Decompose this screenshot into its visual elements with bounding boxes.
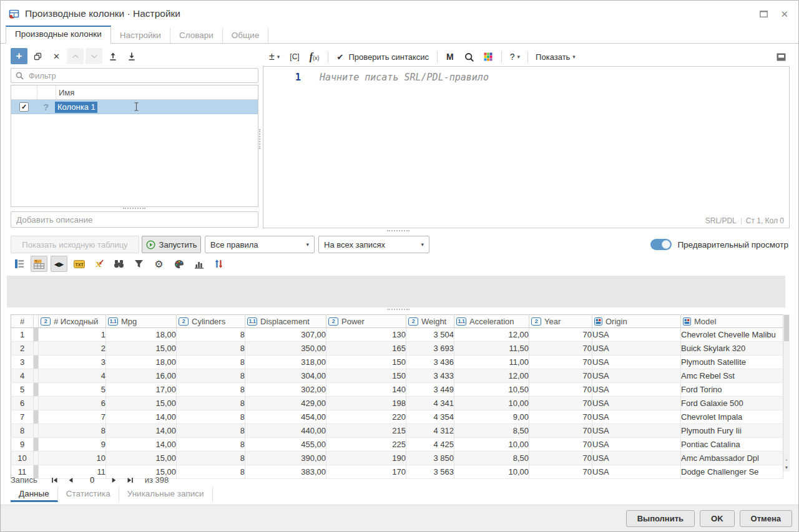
first-record-icon[interactable] [46,476,62,484]
ok-button[interactable]: OK [700,510,735,527]
cell: 4 [39,369,106,383]
preview-toggle[interactable] [650,239,672,250]
cell: 8,50 [454,424,529,438]
settings-gear-icon[interactable]: ⚙ [150,256,167,272]
column-enabled-checkbox[interactable]: ✓ [19,102,29,112]
cell: 17,00 [106,383,177,397]
export-txt-icon[interactable]: TXT [71,256,87,272]
column-header-model[interactable]: Model [681,315,783,328]
tab-3[interactable]: Общие [223,28,268,43]
data-grid: #2# Исходный1.1Mpg2Cylinders1.1Displacem… [11,314,783,479]
show-menu-button[interactable]: Показать▾ [536,52,576,62]
column-header-origin[interactable]: Origin [592,315,681,328]
table-row[interactable]: 8814,008440,002154 3128,5070USAPlymouth … [11,424,783,438]
grid-splitter-handle[interactable] [387,309,409,310]
delete-column-icon[interactable]: ✕ [48,48,65,64]
column-header-cylinders[interactable]: 2Cylinders [177,315,245,328]
sort-icon[interactable] [210,256,227,272]
tab-statistics[interactable]: Статистика [58,487,119,502]
column-name-edit[interactable]: Колонка 1 [55,102,97,113]
rules-select[interactable]: Все правила▾ [205,236,315,253]
table-row[interactable]: 7714,008454,002204 3549,0070USAChevrolet… [11,410,783,424]
measures-button[interactable]: M [446,52,454,62]
cell: 2 [11,342,34,355]
detail-panel-icon[interactable] [11,256,27,272]
column-header-#-[interactable]: 2# Исходный [39,315,106,328]
column-header-displacement[interactable]: 1.1Displacement [245,315,326,328]
table-row[interactable]: 6615,008429,001984 34110,0070USAFord Gal… [11,397,783,410]
table-row[interactable]: 5517,008302,001403 44910,5070USAFord Tor… [11,383,783,397]
column-header-acceleration[interactable]: 1.1Acceleration [454,315,529,328]
description-field [11,211,258,228]
grid-scrollbar[interactable]: ▲ ▼ [783,314,790,472]
filter-input[interactable] [27,70,258,81]
show-source-table-button[interactable]: Показать исходную таблицу [11,236,139,253]
expand-editor-icon[interactable] [777,53,786,61]
cell: 9 [11,438,34,452]
chart-icon[interactable] [190,256,207,272]
column-header-weight[interactable]: 2Weight [406,315,454,328]
export-columns-icon[interactable] [104,48,121,64]
check-syntax-button[interactable]: ✔ Проверить синтаксис [336,52,429,62]
close-icon[interactable]: ✕ [780,9,788,19]
code-editor[interactable]: 1 Начните писать SRL/PDL-правило SRL/PDL… [263,66,790,228]
duplicate-column-icon[interactable] [29,48,46,64]
add-column-button[interactable]: + [11,48,27,64]
scroll-up-icon[interactable]: ▲ [783,457,790,462]
scroll-down-icon[interactable]: ▼ [783,465,790,470]
cell: 165 [326,342,406,355]
next-record-icon[interactable] [106,476,122,484]
record-total: из 398 [145,475,169,485]
cell: 10 [39,452,106,465]
find-icon[interactable] [110,256,127,272]
export-excel-icon[interactable]: X [91,256,107,272]
editor-splitter-handle[interactable] [387,230,409,231]
column-header-year[interactable]: 2Year [529,315,592,328]
import-columns-icon[interactable] [123,48,140,64]
tab-data[interactable]: Данные [11,487,58,502]
description-input[interactable] [11,215,258,225]
table-row[interactable]: 9914,008455,002254 42510,0070USAPontiac … [11,438,783,452]
column-list-item[interactable]: ✓ ? Колонка 1 [11,100,258,114]
help-button[interactable]: ?▾ [510,52,520,62]
table-row[interactable]: 1118,008307,001303 50412,0070USAChevrole… [11,328,783,342]
column-header-#[interactable]: # [11,315,34,328]
insert-operator-button[interactable]: ±▾ [269,51,280,62]
table-row[interactable]: 3318,008318,001503 43611,0070USAPlymouth… [11,355,783,369]
tab-unique-records[interactable]: Уникальные записи [119,487,213,502]
maximize-icon[interactable] [760,11,768,17]
list-splitter-handle[interactable] [123,208,145,209]
palette-icon[interactable] [170,256,187,272]
tab-1[interactable]: Настройки [111,28,170,43]
column-header-power[interactable]: 2Power [326,315,406,328]
panel-splitter-handle[interactable] [259,129,260,149]
table-row[interactable]: 4416,008304,001503 43312,0070USAAmc Rebe… [11,369,783,383]
execute-button[interactable]: Выполнить [626,510,695,527]
show-headers-icon[interactable]: T.. [31,256,47,272]
table-row[interactable]: 101015,008390,001903 8508,5070USAAmc Amb… [11,452,783,465]
tab-2[interactable]: Словари [170,28,223,43]
insert-column-ref-button[interactable]: [C] [290,52,299,61]
color-scheme-icon[interactable] [484,52,493,61]
insert-function-button[interactable]: f(x) [310,51,320,62]
tab-0[interactable]: Производные колонки [6,26,111,44]
prev-record-icon[interactable] [62,476,79,484]
chevron-down-icon: ▾ [572,54,576,60]
record-number-field[interactable]: 0 [79,475,106,485]
column-header-mpg[interactable]: 1.1Mpg [106,315,177,328]
fit-columns-icon[interactable]: ◀▶ [51,256,67,272]
move-up-icon[interactable] [67,48,84,64]
cell: Ford Torino [681,383,783,397]
zoom-icon[interactable] [464,52,474,62]
table-row[interactable]: 2215,008350,001653 69311,5070USABuick Sk… [11,342,783,355]
last-record-icon[interactable] [122,476,139,484]
cell: 9 [39,438,106,452]
row-indicator [34,383,39,397]
scrollbar-thumb[interactable] [784,315,789,341]
move-down-icon[interactable] [86,48,102,64]
run-button[interactable]: Запустить [142,236,201,253]
cancel-button[interactable]: Отмена [740,510,792,527]
filter-icon[interactable] [130,256,147,272]
records-select[interactable]: На всех записях▾ [318,236,429,253]
cell: 2 [39,342,106,355]
